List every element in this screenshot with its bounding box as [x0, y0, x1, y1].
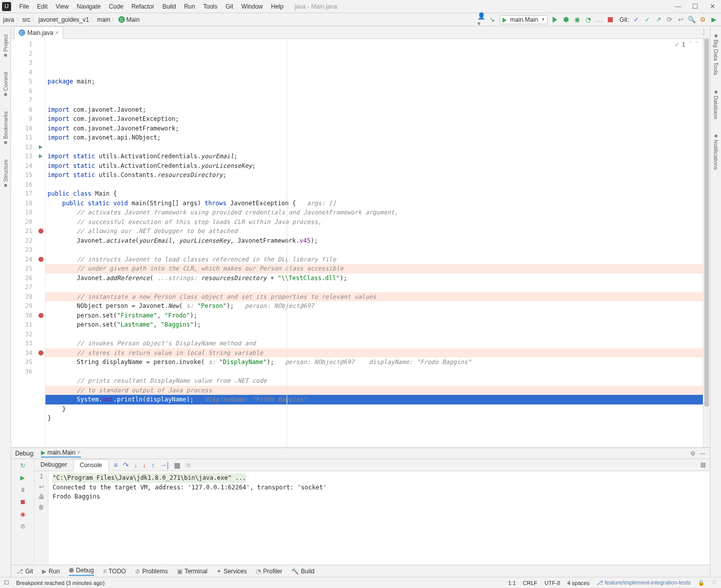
step-out-icon[interactable]: ↑ — [151, 461, 155, 469]
code-line[interactable]: person.set("Lastname", "Baggins"); — [46, 320, 703, 330]
evaluate-icon[interactable]: ▦ — [174, 461, 181, 469]
debug-layout-icon[interactable]: ▦ — [696, 459, 710, 471]
tool-tab-build[interactable]: 🔨Build — [291, 568, 314, 575]
step-over-icon[interactable]: ≡ — [114, 461, 118, 469]
clear-icon[interactable]: 🗑 — [38, 504, 44, 511]
[interactable] — [36, 105, 45, 115]
menu-window[interactable]: Window — [237, 3, 267, 10]
[interactable] — [36, 274, 45, 283]
print-icon[interactable]: 🖶 — [38, 493, 44, 501]
code-line[interactable]: person.set("Firstname", "Frodo"); — [46, 311, 703, 321]
code-line[interactable]: // activates Javonet framework using pro… — [46, 208, 703, 217]
breadcrumb-item[interactable]: java — [3, 16, 14, 23]
menu-help[interactable]: Help — [267, 3, 288, 10]
close-button[interactable]: ✕ — [704, 3, 721, 10]
minimize-button[interactable]: — — [669, 3, 687, 10]
run-config-selector[interactable]: main.Main — [500, 15, 548, 24]
git-commit-icon[interactable]: ✓ — [643, 16, 651, 24]
[interactable] — [36, 301, 45, 311]
code-line[interactable]: // allowing our .NET debugger to be atta… — [46, 227, 703, 236]
code-line[interactable] — [46, 245, 703, 255]
scroll-to-end-icon[interactable]: ↧ — [39, 473, 44, 480]
attach-button[interactable]: … — [595, 16, 603, 24]
soft-wrap-icon[interactable]: ↩ — [39, 483, 44, 490]
code-line[interactable]: // prints resultant DisplayName value fr… — [46, 376, 703, 386]
code-line[interactable] — [46, 330, 703, 339]
icon-gutter[interactable] — [36, 39, 46, 447]
code-line[interactable]: System.out.println(displayName); display… — [46, 395, 703, 404]
code-line[interactable]: // successful execution of this step loa… — [46, 217, 703, 227]
[interactable] — [36, 367, 45, 377]
debug-hide-icon[interactable]: — — [700, 450, 706, 457]
code-line[interactable] — [46, 143, 703, 152]
mute-breakpoints-button[interactable]: ⊘ — [18, 522, 27, 531]
code-line[interactable]: } — [46, 404, 703, 414]
code-line[interactable]: import static utils.Constants.resourcesD… — [46, 170, 703, 180]
memory-icon[interactable]: ♡ — [712, 579, 717, 586]
view-breakpoints-button[interactable]: ◉ — [18, 510, 27, 519]
breadcrumb-item[interactable]: javonet_guides_v1 — [38, 16, 89, 23]
[interactable] — [36, 170, 45, 180]
code-line[interactable]: // invokes Person object's DisplayName m… — [46, 339, 703, 348]
tool-big-data-tools[interactable]: Big Data Tools — [713, 34, 719, 75]
menu-refactor[interactable]: Refactor — [127, 3, 158, 10]
tool-project[interactable]: Project — [3, 34, 9, 57]
trace-icon[interactable]: ≋ — [186, 461, 192, 469]
code-line[interactable]: import com.javonet.JavonetFramework; — [46, 124, 703, 133]
menu-build[interactable]: Build — [158, 3, 180, 10]
line-separator[interactable]: CRLF — [523, 580, 537, 586]
[interactable] — [36, 357, 45, 367]
resume-button[interactable]: ▶ — [18, 473, 27, 482]
menu-code[interactable]: Code — [105, 3, 127, 10]
[interactable] — [36, 292, 45, 302]
[interactable] — [36, 58, 45, 68]
[interactable] — [36, 96, 45, 105]
run-mark[interactable] — [36, 152, 45, 161]
[interactable] — [36, 133, 45, 143]
breadcrumb-item[interactable]: Main — [126, 16, 140, 23]
code-line[interactable]: String displayName = person.invoke( s: "… — [46, 357, 703, 367]
tool-tab-git[interactable]: ⎇Git — [16, 568, 33, 575]
menu-git[interactable]: Git — [221, 3, 237, 10]
[interactable] — [36, 77, 45, 86]
run-mark[interactable] — [36, 143, 45, 152]
[interactable] — [36, 283, 45, 292]
[interactable] — [36, 86, 45, 96]
code-line[interactable] — [46, 367, 703, 377]
menu-navigate[interactable]: Navigate — [73, 3, 105, 10]
run-button[interactable] — [551, 16, 559, 24]
debug-session-tab[interactable]: ▶main.Main× — [41, 449, 81, 458]
code-line[interactable]: // to standard output of Java process — [46, 386, 703, 395]
step-over-icon[interactable]: ↷ — [123, 461, 129, 469]
debug-button[interactable]: ⬢ — [562, 16, 570, 24]
rerun-button[interactable]: ↻ — [18, 461, 27, 470]
[interactable] — [36, 330, 45, 339]
breadcrumb-item[interactable]: src — [22, 16, 30, 23]
code-area[interactable]: ✓1ˆˇ package main;import com.javonet.Jav… — [46, 39, 703, 447]
tool-tab-todo[interactable]: ≡TODO — [103, 568, 126, 575]
caret-position[interactable]: 1:1 — [508, 580, 516, 586]
[interactable] — [36, 320, 45, 330]
tool-tab-profiler[interactable]: ◔Profiler — [256, 568, 282, 575]
menu-run[interactable]: Run — [180, 3, 199, 10]
bp-mark[interactable] — [36, 348, 45, 358]
code-line[interactable]: // instructs Javonet to load classes ref… — [46, 255, 703, 264]
debugger-tab[interactable]: Debugger — [34, 459, 73, 471]
bp-mark[interactable] — [36, 255, 45, 264]
indent-info[interactable]: 4 spaces — [567, 580, 590, 586]
step-into-icon[interactable]: ↓ — [134, 461, 138, 469]
code-line[interactable]: Javonet.activate(yourEmail, yourLicenseK… — [46, 236, 703, 246]
git-push-icon[interactable]: ↗ — [654, 16, 662, 24]
avatar-icon[interactable]: ▶ — [710, 16, 718, 24]
tool-tab-run[interactable]: ▶Run — [42, 568, 60, 575]
git-update-icon[interactable]: ✓ — [632, 16, 640, 24]
status-icon[interactable]: ☐ — [4, 579, 9, 586]
code-line[interactable]: import static utils.ActivationCredential… — [46, 161, 703, 171]
maximize-button[interactable]: ☐ — [687, 3, 704, 10]
stop-debug-button[interactable] — [18, 497, 27, 507]
[interactable] — [36, 217, 45, 227]
code-line[interactable]: package main; — [46, 77, 703, 86]
code-line[interactable] — [46, 86, 703, 96]
tab-close-icon[interactable]: × — [55, 29, 59, 36]
git-history-icon[interactable]: ⟳ — [665, 16, 673, 24]
